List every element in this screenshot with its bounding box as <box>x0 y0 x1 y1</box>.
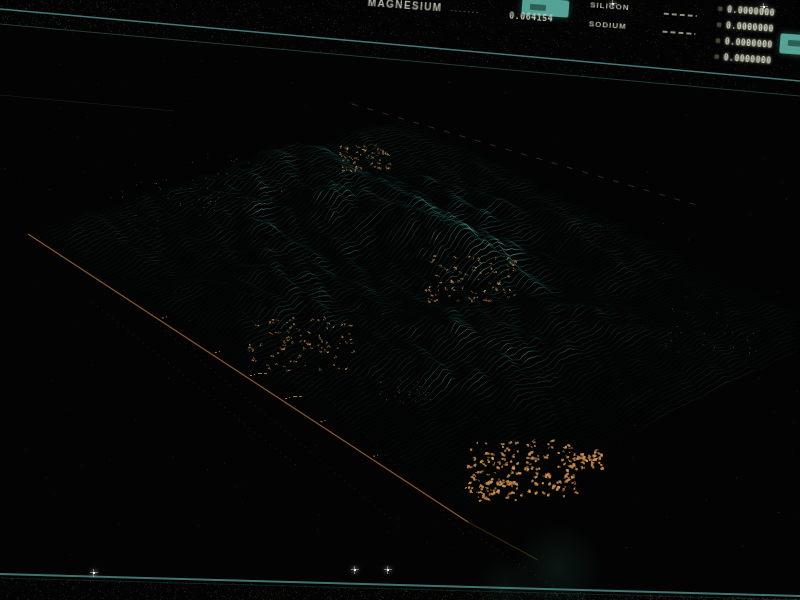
bullet-icon <box>717 23 721 27</box>
scanner-hud: MAGNESIUM ······· 0.064154 SILICON SODIU… <box>0 0 800 600</box>
bullet-icon <box>716 39 720 43</box>
readout-value: 0.0000000 <box>725 37 773 49</box>
readout-row: 0.0000000 <box>714 49 772 69</box>
readout-value: 0.0000000 <box>727 5 775 17</box>
badge-glyph <box>530 4 546 11</box>
corner-badge[interactable] <box>779 33 800 56</box>
readout-column: 0.0000000 0.0000000 0.0000000 0.0000000 <box>714 1 775 69</box>
bullet-icon <box>718 7 722 11</box>
readout-value: 0.0000000 <box>723 53 771 65</box>
bullet-icon <box>715 55 719 59</box>
badge-glyph <box>788 40 800 47</box>
readout-value: 0.0000000 <box>726 21 774 33</box>
